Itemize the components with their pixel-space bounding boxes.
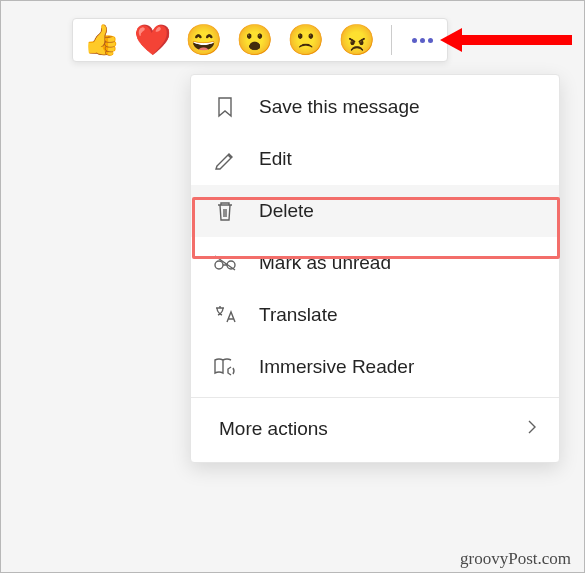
menu-item-immersive-reader[interactable]: Immersive Reader <box>191 341 559 393</box>
surprised-reaction[interactable]: 😮 <box>236 25 273 55</box>
pencil-icon <box>213 147 237 171</box>
menu-item-label: Save this message <box>259 96 420 118</box>
divider <box>391 25 392 55</box>
trash-icon <box>213 199 237 223</box>
chevron-right-icon <box>527 418 537 440</box>
heart-reaction[interactable]: ❤️ <box>134 25 171 55</box>
menu-item-save[interactable]: Save this message <box>191 81 559 133</box>
menu-item-mark-unread[interactable]: Mark as unread <box>191 237 559 289</box>
thumbs-up-reaction[interactable]: 👍 <box>83 25 120 55</box>
menu-item-delete[interactable]: Delete <box>191 185 559 237</box>
more-options-button[interactable] <box>408 34 437 47</box>
menu-divider <box>191 397 559 398</box>
laugh-reaction[interactable]: 😄 <box>185 25 222 55</box>
menu-item-label: Immersive Reader <box>259 356 414 378</box>
menu-item-label: Translate <box>259 304 338 326</box>
svg-point-0 <box>215 261 223 269</box>
reaction-bar: 👍 ❤️ 😄 😮 🙁 😠 <box>72 18 448 62</box>
watermark-text: groovyPost.com <box>460 549 571 569</box>
glasses-off-icon <box>213 251 237 275</box>
menu-item-edit[interactable]: Edit <box>191 133 559 185</box>
sad-reaction[interactable]: 🙁 <box>287 25 324 55</box>
menu-item-more-actions[interactable]: More actions <box>191 402 559 456</box>
context-menu: Save this message Edit Delete Mark as un… <box>190 74 560 463</box>
menu-item-translate[interactable]: Translate <box>191 289 559 341</box>
bookmark-icon <box>213 95 237 119</box>
annotation-arrow <box>440 28 572 52</box>
menu-item-label: Edit <box>259 148 292 170</box>
book-speaker-icon <box>213 355 237 379</box>
menu-item-label: Mark as unread <box>259 252 391 274</box>
translate-icon <box>213 303 237 327</box>
angry-reaction[interactable]: 😠 <box>338 25 375 55</box>
menu-item-label: More actions <box>219 418 328 440</box>
menu-item-label: Delete <box>259 200 314 222</box>
